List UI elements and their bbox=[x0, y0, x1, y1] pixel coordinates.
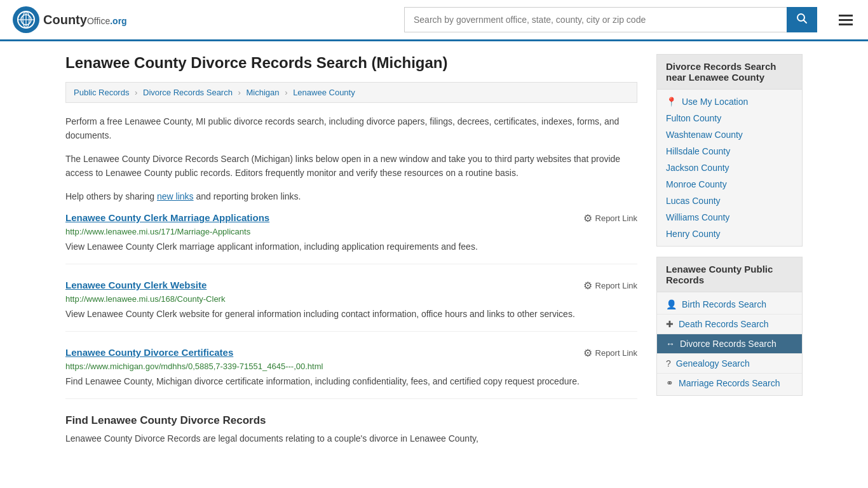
public-records-box: Lenawee County Public Records 👤 Birth Re… bbox=[656, 257, 803, 396]
report-link-btn-1[interactable]: ⚙ Report Link bbox=[583, 280, 637, 292]
search-input[interactable] bbox=[404, 7, 787, 32]
menu-icon bbox=[839, 15, 853, 17]
sidebar-county-5[interactable]: Lucas County bbox=[657, 193, 802, 209]
location-icon: 📍 bbox=[666, 97, 677, 107]
marriage-records-link[interactable]: Marriage Records Search bbox=[679, 378, 780, 388]
main-container: Lenawee County Divorce Records Search (M… bbox=[53, 41, 815, 458]
county-link-1[interactable]: Washtenaw County bbox=[666, 130, 743, 140]
public-records-title: Lenawee County Public Records bbox=[657, 257, 802, 292]
report-link-btn-0[interactable]: ⚙ Report Link bbox=[583, 212, 637, 224]
search-button[interactable] bbox=[787, 7, 817, 32]
pub-record-birth[interactable]: 👤 Birth Records Search bbox=[657, 295, 802, 315]
link-desc-0: View Lenawee County Clerk marriage appli… bbox=[65, 240, 637, 254]
description-p3: Help others by sharing new links and rep… bbox=[65, 189, 637, 203]
link-url-0[interactable]: http://www.lenawee.mi.us/171/Marriage-Ap… bbox=[65, 227, 637, 236]
sidebar-county-3[interactable]: Jackson County bbox=[657, 159, 802, 176]
description-p2: The Lenawee County Divorce Records Searc… bbox=[65, 152, 637, 180]
county-link-2[interactable]: Hillsdale County bbox=[666, 146, 730, 156]
link-url-2[interactable]: https://www.michigan.gov/mdhhs/0,5885,7-… bbox=[65, 362, 637, 371]
county-link-5[interactable]: Lucas County bbox=[666, 196, 721, 206]
menu-icon bbox=[839, 24, 853, 25]
logo-icon bbox=[13, 6, 39, 33]
breadcrumb-divorce-records[interactable]: Divorce Records Search bbox=[143, 88, 233, 97]
nearby-list: 📍 Use My Location Fulton County Washtena… bbox=[657, 90, 802, 246]
pub-record-death[interactable]: ✚ Death Records Search bbox=[657, 315, 802, 334]
death-icon: ✚ bbox=[666, 319, 674, 329]
breadcrumb-sep: › bbox=[285, 88, 287, 97]
link-title-1[interactable]: Lenawee County Clerk Website bbox=[65, 280, 207, 290]
link-card-2: Lenawee County Divorce Certificates ⚙ Re… bbox=[65, 347, 637, 399]
link-desc-1: View Lenawee County Clerk website for ge… bbox=[65, 308, 637, 321]
birth-icon: 👤 bbox=[666, 299, 677, 309]
genealogy-link[interactable]: Genealogy Search bbox=[676, 358, 750, 369]
link-card-0: Lenawee County Clerk Marriage Applicatio… bbox=[65, 212, 637, 264]
report-icon-0: ⚙ bbox=[583, 212, 592, 224]
section-title: Find Lenawee County Divorce Records bbox=[65, 414, 637, 427]
county-link-4[interactable]: Monroe County bbox=[666, 179, 727, 189]
report-icon-1: ⚙ bbox=[583, 280, 592, 292]
sidebar-county-7[interactable]: Henry County bbox=[657, 226, 802, 242]
menu-icon bbox=[839, 19, 853, 21]
breadcrumb-public-records[interactable]: Public Records bbox=[74, 88, 129, 97]
nearby-box: Divorce Records Search near Lenawee Coun… bbox=[656, 54, 803, 247]
sidebar-county-4[interactable]: Monroe County bbox=[657, 176, 802, 193]
divorce-records-link[interactable]: Divorce Records Search bbox=[680, 339, 776, 349]
pub-record-genealogy[interactable]: ? Genealogy Search bbox=[657, 354, 802, 374]
report-label-1: Report Link bbox=[595, 281, 637, 290]
birth-records-link[interactable]: Birth Records Search bbox=[682, 299, 766, 309]
marriage-icon: ⚭ bbox=[666, 378, 674, 388]
description-p3-pre: Help others by sharing bbox=[65, 191, 157, 201]
report-label-0: Report Link bbox=[595, 214, 637, 223]
content-area: Lenawee County Divorce Records Search (M… bbox=[65, 54, 637, 445]
sidebar-county-6[interactable]: Williams County bbox=[657, 209, 802, 226]
sidebar-county-0[interactable]: Fulton County bbox=[657, 110, 802, 126]
link-cards: Lenawee County Clerk Marriage Applicatio… bbox=[65, 212, 637, 399]
report-link-btn-2[interactable]: ⚙ Report Link bbox=[583, 347, 637, 359]
county-link-7[interactable]: Henry County bbox=[666, 229, 721, 239]
link-desc-2: Find Lenawee County, Michigan divorce ce… bbox=[65, 375, 637, 388]
page-title: Lenawee County Divorce Records Search (M… bbox=[65, 54, 637, 72]
county-link-0[interactable]: Fulton County bbox=[666, 113, 721, 123]
section-text: Lenawee County Divorce Records are legal… bbox=[65, 432, 637, 445]
use-my-location-link[interactable]: Use My Location bbox=[682, 97, 748, 107]
link-title-0[interactable]: Lenawee County Clerk Marriage Applicatio… bbox=[65, 212, 269, 223]
breadcrumb-michigan[interactable]: Michigan bbox=[247, 88, 280, 97]
sidebar: Divorce Records Search near Lenawee Coun… bbox=[656, 54, 803, 445]
report-label-2: Report Link bbox=[595, 348, 637, 358]
genealogy-icon: ? bbox=[666, 358, 671, 369]
search-area bbox=[404, 7, 817, 32]
sidebar-county-2[interactable]: Hillsdale County bbox=[657, 143, 802, 159]
svg-line-6 bbox=[804, 20, 807, 24]
pub-record-divorce[interactable]: ↔ Divorce Records Search bbox=[657, 334, 802, 354]
pub-record-marriage[interactable]: ⚭ Marriage Records Search bbox=[657, 374, 802, 393]
new-links-link[interactable]: new links bbox=[157, 191, 194, 201]
link-url-1[interactable]: http://www.lenawee.mi.us/168/County-Cler… bbox=[65, 294, 637, 304]
nearby-title: Divorce Records Search near Lenawee Coun… bbox=[657, 55, 802, 90]
county-link-3[interactable]: Jackson County bbox=[666, 163, 729, 173]
link-card-header-2: Lenawee County Divorce Certificates ⚙ Re… bbox=[65, 347, 637, 359]
link-card-header-0: Lenawee County Clerk Marriage Applicatio… bbox=[65, 212, 637, 224]
divorce-records-section: Find Lenawee County Divorce Records Lena… bbox=[65, 414, 637, 445]
link-card-header-1: Lenawee County Clerk Website ⚙ Report Li… bbox=[65, 280, 637, 292]
public-records-list: 👤 Birth Records Search ✚ Death Records S… bbox=[657, 292, 802, 395]
report-icon-2: ⚙ bbox=[583, 347, 592, 359]
link-card-1: Lenawee County Clerk Website ⚙ Report Li… bbox=[65, 280, 637, 332]
menu-button[interactable] bbox=[836, 12, 855, 28]
divorce-icon: ↔ bbox=[666, 339, 675, 349]
description-p1: Perform a free Lenawee County, MI public… bbox=[65, 114, 637, 143]
description-p3-post: and reporting broken links. bbox=[194, 191, 301, 201]
logo[interactable]: CountyOffice.org bbox=[13, 6, 127, 33]
breadcrumb: Public Records › Divorce Records Search … bbox=[65, 82, 637, 103]
breadcrumb-lenawee[interactable]: Lenawee County bbox=[293, 88, 355, 97]
sidebar-county-1[interactable]: Washtenaw County bbox=[657, 126, 802, 143]
use-my-location-item[interactable]: 📍 Use My Location bbox=[657, 93, 802, 110]
link-title-2[interactable]: Lenawee County Divorce Certificates bbox=[65, 347, 233, 358]
death-records-link[interactable]: Death Records Search bbox=[679, 319, 769, 329]
header: CountyOffice.org bbox=[0, 0, 868, 41]
logo-text: CountyOffice.org bbox=[43, 13, 127, 27]
breadcrumb-sep: › bbox=[135, 88, 137, 97]
county-link-6[interactable]: Williams County bbox=[666, 212, 729, 222]
breadcrumb-sep: › bbox=[238, 88, 241, 97]
